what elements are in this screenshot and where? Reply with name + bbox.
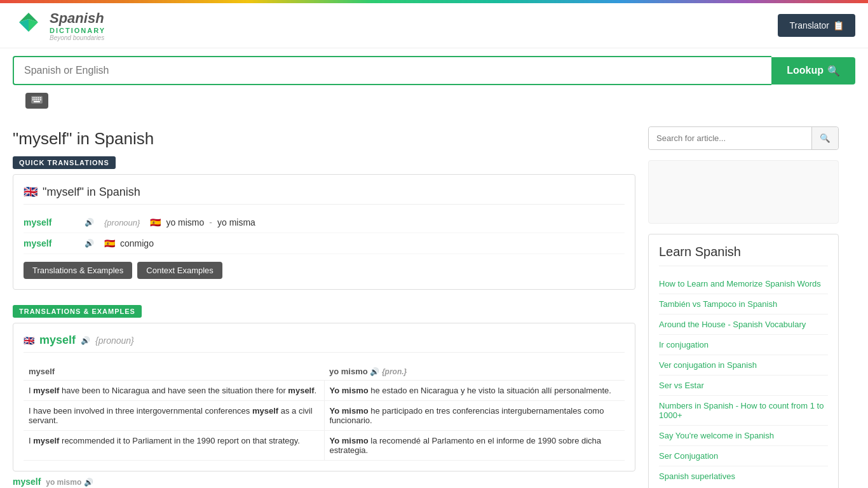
lookup-button[interactable]: Lookup 🔍: [771, 57, 855, 85]
keyboard-area: [0, 90, 868, 119]
speaker-icon-1[interactable]: 🔊: [85, 218, 94, 227]
translations-badge: TRANSLATIONS & EXAMPLES: [13, 305, 142, 318]
svg-rect-8: [40, 97, 41, 98]
page-title: "myself" in Spanish: [13, 119, 635, 156]
example-es-cell: Yo mismo la recomendé al Parlamento en e…: [324, 431, 625, 461]
article-search-input[interactable]: [649, 127, 811, 149]
col-pron-label: {pron.}: [382, 367, 407, 376]
en-word: myself: [24, 217, 74, 227]
logo-icon: [13, 10, 44, 41]
learn-links-container: How to Learn and Memorize Spanish WordsT…: [659, 274, 828, 486]
search-input[interactable]: [13, 56, 771, 85]
translation-row: myself 🔊 {pronoun} yo mismo - yo misma: [24, 212, 625, 233]
col-speaker-icon[interactable]: 🔊: [370, 367, 379, 376]
examples-header-pos: {pronoun}: [95, 336, 134, 346]
logo-subtitle: DICTIONARY: [50, 27, 105, 34]
svg-rect-14: [34, 101, 40, 102]
svg-rect-4: [32, 97, 34, 98]
article-search-icon: 🔍: [820, 133, 831, 143]
more-yo-mismo-row: yo mismo 🔊: [46, 478, 93, 487]
article-search-box: 🔍: [648, 126, 839, 150]
svg-rect-11: [36, 99, 37, 100]
learn-link[interactable]: Ser Conjugation: [659, 446, 828, 466]
ad-placeholder: [648, 160, 839, 224]
example-en-cell: I have been involved in three intergover…: [24, 401, 324, 431]
learn-link[interactable]: También vs Tampoco in Spanish: [659, 294, 828, 315]
translator-icon: 📋: [833, 20, 844, 30]
example-es-cell: Yo mismo he participado en tres conferen…: [324, 401, 625, 431]
col-es-word: yo mismo: [329, 367, 368, 376]
more-myself-row: myself yo mismo 🔊: [13, 471, 635, 488]
example-en-cell: I myself have been to Nicaragua and have…: [24, 381, 324, 401]
logo-text-area: Spanish DICTIONARY Beyond boundaries: [50, 10, 105, 41]
es-flag-2: [104, 238, 115, 248]
examples-header-word: myself: [39, 334, 76, 347]
svg-rect-12: [38, 99, 39, 100]
es-word-yo-misma: yo misma: [217, 217, 255, 227]
pos-label-1: {pronoun}: [104, 218, 140, 227]
quick-box-header-text: "myself" in Spanish: [43, 186, 140, 199]
header: Spanish DICTIONARY Beyond boundaries Tra…: [0, 3, 868, 48]
svg-rect-7: [38, 97, 39, 98]
es-translations-2: conmigo: [104, 238, 625, 248]
en-word-2: myself: [24, 238, 74, 248]
quick-box-header: "myself" in Spanish: [24, 185, 625, 205]
learn-link[interactable]: Ver conjugation in Spanish: [659, 355, 828, 376]
main-content: "myself" in Spanish QUICK TRANSLATIONS "…: [13, 119, 635, 488]
translation-row-2: myself 🔊 conmigo: [24, 233, 625, 254]
svg-rect-10: [34, 99, 36, 100]
keyboard-icon[interactable]: [25, 93, 48, 109]
learn-title: Learn Spanish: [659, 245, 828, 266]
es-translations-1: yo mismo - yo misma: [150, 217, 625, 227]
learn-link[interactable]: Ir conjugation: [659, 335, 828, 355]
es-dash: -: [209, 217, 212, 227]
translator-label: Translator: [789, 20, 829, 30]
search-icon: 🔍: [827, 65, 840, 77]
uk-flag: [24, 185, 37, 199]
learn-link[interactable]: Ser vs Estar: [659, 376, 828, 396]
speaker-icon-3[interactable]: 🔊: [81, 336, 90, 345]
main-layout: "myself" in Spanish QUICK TRANSLATIONS "…: [0, 119, 868, 488]
article-search-button[interactable]: 🔍: [811, 127, 838, 149]
translator-button[interactable]: Translator 📋: [778, 14, 855, 37]
svg-rect-6: [36, 97, 37, 98]
es-word-conmigo: conmigo: [120, 238, 154, 248]
quick-translations-box: "myself" in Spanish myself 🔊 {pronoun} y…: [13, 174, 635, 290]
example-en-cell: I myself recommended it to Parliament in…: [24, 431, 324, 461]
learn-link[interactable]: Around the House - Spanish Vocabulary: [659, 315, 828, 335]
table-row: I myself recommended it to Parliament in…: [24, 431, 625, 461]
col-header-en: myself: [24, 363, 324, 381]
svg-rect-13: [40, 99, 41, 100]
svg-rect-5: [34, 97, 36, 98]
context-examples-button[interactable]: Context Examples: [137, 262, 222, 279]
svg-rect-9: [32, 99, 34, 100]
lookup-label: Lookup: [787, 65, 824, 76]
examples-box: myself 🔊 {pronoun} myself yo mismo 🔊 {pr…: [13, 323, 635, 471]
es-word-yo-mismo: yo mismo: [166, 217, 204, 227]
learn-link[interactable]: Spanish superlatives: [659, 466, 828, 486]
quick-translations-badge: QUICK TRANSLATIONS: [13, 156, 116, 169]
examples-header: myself 🔊 {pronoun}: [24, 334, 625, 353]
es-flag-1: [150, 217, 161, 227]
logo-title: Spanish: [50, 10, 105, 27]
action-buttons: Translations & Examples Context Examples: [24, 262, 625, 279]
logo-tagline: Beyond boundaries: [50, 34, 105, 41]
examples-table: myself yo mismo 🔊 {pron.} I myself have …: [24, 363, 625, 461]
translations-examples-button[interactable]: Translations & Examples: [24, 262, 132, 279]
example-es-cell: Yo mismo he estado en Nicaragua y he vis…: [324, 381, 625, 401]
table-row: I have been involved in three intergover…: [24, 401, 625, 431]
logo-area: Spanish DICTIONARY Beyond boundaries: [13, 10, 105, 41]
uk-flag-2: [24, 336, 34, 346]
learn-link[interactable]: Say You're welcome in Spanish: [659, 426, 828, 446]
learn-link[interactable]: Numbers in Spanish - How to count from 1…: [659, 396, 828, 426]
learn-spanish-box: Learn Spanish How to Learn and Memorize …: [648, 234, 839, 488]
learn-link[interactable]: How to Learn and Memorize Spanish Words: [659, 274, 828, 294]
search-area: Lookup 🔍: [0, 48, 868, 90]
table-row: I myself have been to Nicaragua and have…: [24, 381, 625, 401]
speaker-icon-2[interactable]: 🔊: [85, 239, 94, 248]
col-header-es: yo mismo 🔊 {pron.}: [324, 363, 625, 381]
sidebar: 🔍 Learn Spanish How to Learn and Memoriz…: [648, 119, 839, 488]
